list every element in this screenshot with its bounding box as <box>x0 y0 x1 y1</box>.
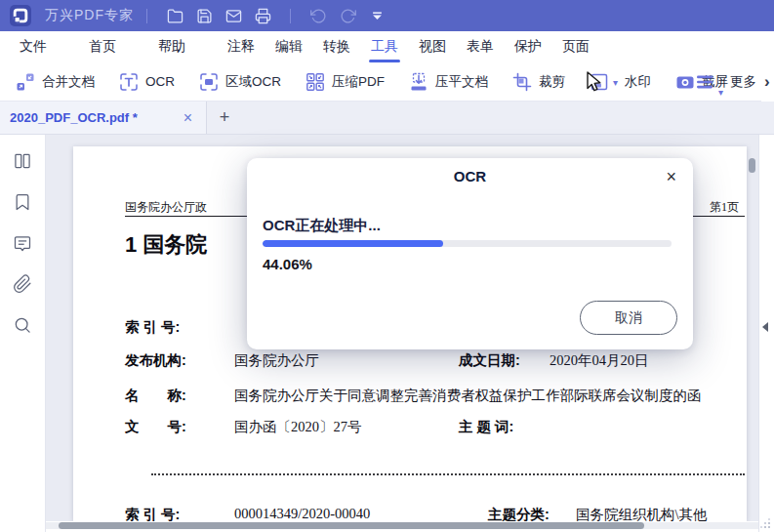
menu-form[interactable]: 表单 <box>465 31 496 62</box>
attachment-panel-icon[interactable] <box>12 273 33 295</box>
ocr-status-text: OCR正在处理中... <box>263 217 381 235</box>
doc-field-value: 国办函〔2020〕27号 <box>234 418 362 436</box>
menu-convert[interactable]: 转换 <box>321 31 352 62</box>
menu-help[interactable]: 帮助 <box>156 31 187 62</box>
tool-label: 压缩PDF <box>332 73 385 91</box>
tool-more[interactable]: ▾ 更多 <box>695 62 756 102</box>
doc-field-label: 发布机构: <box>125 351 186 370</box>
menu-view[interactable]: 视图 <box>417 31 448 62</box>
print-icon[interactable] <box>248 3 277 28</box>
dialog-close-icon[interactable]: × <box>662 165 680 189</box>
menubar: 文件 首页 帮助 注释 编辑 转换 工具 视图 表单 保护 页面 <box>0 31 774 62</box>
tool-label: 压平文档 <box>435 73 488 91</box>
area-ocr-icon <box>199 72 219 92</box>
new-tab-button[interactable]: + <box>207 102 242 134</box>
progress-percent-label: 44.06% <box>263 256 312 272</box>
progress-bar <box>263 240 672 247</box>
toolbar: 合并文档 OCR 区域OCR 压缩PDF 压平文档 裁剪 ▾ 水印 <box>0 62 774 102</box>
menu-file[interactable]: 文件 <box>18 31 49 62</box>
tool-label: 更多 <box>730 73 756 91</box>
window-resize-grip[interactable] <box>768 526 770 528</box>
redo-icon[interactable] <box>333 3 362 28</box>
doc-field-label: 名 称: <box>125 387 186 405</box>
vertical-scrollbar-thumb[interactable] <box>749 158 755 173</box>
flatten-document-icon <box>409 72 428 92</box>
menu-comment[interactable]: 注释 <box>225 31 257 62</box>
doc-field-value: 国务院办公厅关于同意调整完善消费者权益保护工作部际联席会议制度的函 <box>234 387 702 405</box>
cancel-button[interactable]: 取消 <box>580 301 677 335</box>
tabbar: 2020_PDF_OCR.pdf * × + <box>0 102 774 135</box>
collapse-toolbar-icon[interactable] <box>362 3 391 28</box>
titlebar-divider <box>290 9 291 23</box>
app-logo-icon <box>10 5 31 26</box>
tool-label: OCR <box>145 74 175 89</box>
horizontal-scrollbar-thumb[interactable] <box>59 522 644 529</box>
doc-field-label: 主题分类: <box>488 506 550 521</box>
doc-field-value: 国务院办公厅 <box>234 351 319 370</box>
doc-header-right: 第1页 <box>710 199 739 216</box>
doc-field-label: 索 引 号: <box>125 506 180 521</box>
tool-label: 区域OCR <box>225 73 281 91</box>
undo-icon[interactable] <box>304 3 333 28</box>
menu-page[interactable]: 页面 <box>560 31 591 62</box>
crop-icon <box>512 72 532 92</box>
tool-flatten-document[interactable]: 压平文档 <box>409 72 488 92</box>
titlebar-divider <box>146 9 147 23</box>
navigation-sidebar <box>0 135 46 532</box>
titlebar: 万兴PDF专家 <box>0 0 774 31</box>
doc-field-value: 国务院组织机构\其他 <box>576 506 708 521</box>
document-tab[interactable]: 2020_PDF_OCR.pdf * × <box>0 102 207 134</box>
tab-title: 2020_PDF_OCR.pdf * <box>10 110 180 125</box>
compress-pdf-icon <box>306 72 325 92</box>
tab-close-icon[interactable]: × <box>180 109 196 127</box>
right-panel-strip <box>758 135 774 532</box>
tool-label: 水印 <box>625 73 651 91</box>
merge-documents-icon <box>16 72 35 92</box>
doc-header-left: 国务院办公厅政 <box>125 199 207 216</box>
doc-field-value: 2020年04月20日 <box>550 351 649 370</box>
tool-label: 合并文档 <box>42 73 95 91</box>
mouse-cursor-icon <box>584 70 605 94</box>
doc-field-label: 索 引 号: <box>125 318 180 337</box>
dialog-title: OCR <box>247 168 693 184</box>
menu-home[interactable]: 首页 <box>87 31 118 62</box>
ocr-icon <box>119 72 139 92</box>
toolbar-overflow-icon[interactable]: › <box>761 62 774 102</box>
tool-area-ocr[interactable]: 区域OCR <box>199 72 281 92</box>
screenshot-icon <box>675 72 695 92</box>
bookmark-panel-icon[interactable] <box>12 191 33 213</box>
save-icon[interactable] <box>189 3 219 28</box>
tool-crop[interactable]: 裁剪 <box>512 72 565 92</box>
doc-field-value: 000014349/2020-00040 <box>234 506 370 521</box>
app-title: 万兴PDF专家 <box>45 7 134 24</box>
folder-open-icon[interactable] <box>160 3 189 28</box>
horizontal-scrollbar <box>46 521 758 532</box>
menu-edit[interactable]: 编辑 <box>273 31 305 62</box>
tool-label: 裁剪 <box>539 73 565 91</box>
tool-merge-documents[interactable]: 合并文档 <box>16 72 95 92</box>
doc-dotted-divider <box>151 473 745 475</box>
right-panel-expand-handle[interactable] <box>762 322 768 332</box>
doc-field-label: 成文日期: <box>459 351 520 370</box>
ocr-dialog: OCR × OCR正在处理中... 44.06% 取消 <box>247 158 693 349</box>
comment-panel-icon[interactable] <box>12 232 33 254</box>
thumbnail-panel-icon[interactable] <box>12 150 33 172</box>
tool-ocr[interactable]: OCR <box>119 72 175 92</box>
more-menu-icon <box>695 72 714 92</box>
menu-protect[interactable]: 保护 <box>512 31 544 62</box>
search-panel-icon[interactable] <box>12 314 33 336</box>
doc-field-label: 文 号: <box>125 418 186 436</box>
doc-field-label: 主 题 词: <box>459 418 513 436</box>
menu-tools[interactable]: 工具 <box>369 31 400 62</box>
doc-heading: 1 国务院 <box>125 230 207 260</box>
chevron-down-icon[interactable]: ▾ <box>613 77 618 88</box>
tool-compress-pdf[interactable]: 压缩PDF <box>306 72 385 92</box>
progress-fill <box>263 240 443 247</box>
email-icon[interactable] <box>219 3 248 28</box>
chevron-down-icon[interactable]: ▾ <box>718 87 723 98</box>
